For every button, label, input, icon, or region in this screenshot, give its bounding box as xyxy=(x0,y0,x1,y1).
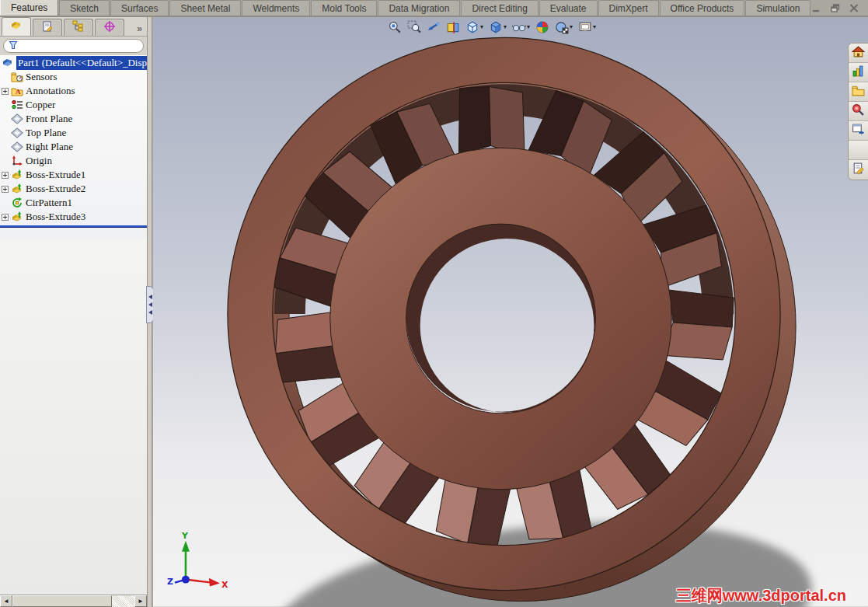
taskpane-tab-stack xyxy=(848,43,868,180)
manager-tabs-overflow-chevron[interactable]: » xyxy=(137,23,145,36)
view-palette-icon xyxy=(852,123,865,139)
tree-item-label: Boss-Extrude1 xyxy=(26,169,85,181)
taskpane-tab-design-library[interactable] xyxy=(849,63,868,82)
tree-item-label: Sensors xyxy=(26,71,57,83)
scrollbar-thumb[interactable] xyxy=(12,595,112,607)
manager-tab-dimxpertmanager[interactable] xyxy=(95,19,124,36)
home-icon xyxy=(852,45,865,61)
propertymanager-icon xyxy=(41,20,54,36)
zoom-to-area-button[interactable] xyxy=(406,19,423,35)
taskpane-tab-file-explorer[interactable] xyxy=(849,82,868,102)
ribbon-tab-sheet-metal[interactable]: Sheet Metal xyxy=(169,0,241,16)
tree-filter-input[interactable] xyxy=(21,41,138,51)
ribbon-tab-mold-tools[interactable]: Mold Tools xyxy=(311,0,377,16)
tree-item-top-plane[interactable]: Top Plane xyxy=(0,126,147,140)
collapse-arrow-icon xyxy=(148,295,152,299)
solidworks-window: FeaturesSketchSurfacesSheet MetalWeldmen… xyxy=(0,0,868,607)
tree-item-boss-extrude3[interactable]: Boss-Extrude3 xyxy=(0,210,147,224)
file-explorer-icon xyxy=(852,84,865,100)
restore-button[interactable] xyxy=(830,3,841,12)
rollback-bar[interactable] xyxy=(0,225,147,228)
collapse-arrow-icon xyxy=(148,310,152,315)
commandmanager-tab-bar: FeaturesSketchSurfacesSheet MetalWeldmen… xyxy=(0,0,868,17)
origin-icon xyxy=(11,155,23,167)
taskpane-tab-appearances-scenes[interactable] xyxy=(849,141,868,160)
chevron-down-icon[interactable]: ▾ xyxy=(504,24,507,30)
collapse-arrow-icon xyxy=(148,302,152,307)
expand-plus-icon[interactable] xyxy=(2,172,9,179)
tree-item-label: Front Plane xyxy=(26,113,72,125)
custom-properties-icon xyxy=(852,162,865,178)
scroll-right-button[interactable]: ► xyxy=(134,595,147,607)
svg-text:A: A xyxy=(16,88,21,96)
ribbon-tab-evaluate[interactable]: Evaluate xyxy=(539,0,598,16)
previous-view-icon xyxy=(427,20,441,34)
boss-extrude-icon xyxy=(11,169,23,181)
tree-filter-box[interactable] xyxy=(3,39,144,53)
zoom-area-icon xyxy=(407,20,421,34)
ribbon-tab-office-products[interactable]: Office Products xyxy=(660,0,745,16)
graphics-area[interactable]: Y X Z ▾▾▾▾▾ 三维网www.3dportal.cn xyxy=(153,17,868,607)
manager-tab-featuremanager-design-tree[interactable] xyxy=(2,17,31,36)
zoom-to-fit-button[interactable] xyxy=(386,19,403,35)
section-view-button[interactable] xyxy=(444,19,462,35)
tree-item-copper[interactable]: Copper xyxy=(0,98,147,112)
triad-y-label: Y xyxy=(181,531,189,541)
view-orientation-button[interactable]: ▾ xyxy=(464,19,485,35)
part-icon xyxy=(2,57,14,69)
model-scene[interactable]: Y X Z xyxy=(153,17,868,607)
display-style-icon xyxy=(489,20,503,34)
taskpane-tab-solidworks-resources[interactable] xyxy=(849,44,868,63)
manager-tab-propertymanager[interactable] xyxy=(33,19,62,36)
taskpane-tab-view-palette[interactable] xyxy=(849,121,868,141)
scrollbar-track[interactable] xyxy=(112,595,134,607)
taskpane-tab-custom-properties[interactable] xyxy=(849,160,868,180)
triad-z-label: Z xyxy=(167,577,173,587)
tree-root-label: Part1 (Default<<Default>_Display xyxy=(16,56,147,70)
display-style-button[interactable]: ▾ xyxy=(487,19,508,35)
chevron-down-icon[interactable]: ▾ xyxy=(593,24,596,30)
chevron-down-icon[interactable]: ▾ xyxy=(480,24,483,30)
tree-item-label: Boss-Extrude2 xyxy=(26,183,85,195)
tree-item-sensors[interactable]: Sensors xyxy=(0,70,147,84)
ribbon-tab-simulation[interactable]: Simulation xyxy=(745,0,810,16)
manager-tab-strip: » xyxy=(0,17,147,37)
options-screen-button[interactable]: ▾ xyxy=(577,19,598,35)
chevron-down-icon[interactable]: ▾ xyxy=(570,24,573,30)
apply-scene-icon xyxy=(535,20,549,34)
minimize-button[interactable] xyxy=(811,3,822,12)
scroll-left-button[interactable]: ◄ xyxy=(0,595,12,607)
boss-extrude-icon xyxy=(11,211,23,223)
ribbon-tab-weldments[interactable]: Weldments xyxy=(242,0,310,16)
tree-item-boss-extrude2[interactable]: Boss-Extrude2 xyxy=(0,182,147,196)
tree-item-label: Top Plane xyxy=(26,127,66,139)
view-settings-button[interactable]: ▾ xyxy=(553,19,574,35)
ribbon-tab-data-migration[interactable]: Data Migration xyxy=(378,0,460,16)
view-orientation-icon xyxy=(465,20,479,34)
ribbon-tab-dimxpert[interactable]: DimXpert xyxy=(598,0,659,16)
panel-horizontal-scrollbar[interactable]: ◄ ► xyxy=(0,595,147,607)
ribbon-tab-surfaces[interactable]: Surfaces xyxy=(110,0,169,16)
taskpane-tab-search[interactable] xyxy=(849,102,868,121)
tree-item-annotations[interactable]: AAnnotations xyxy=(0,84,147,98)
tree-root-item[interactable]: Part1 (Default<<Default>_Display xyxy=(2,56,147,70)
hide-show-items-button[interactable]: ▾ xyxy=(511,19,532,35)
tree-item-boss-extrude1[interactable]: Boss-Extrude1 xyxy=(0,168,147,182)
expand-plus-icon[interactable] xyxy=(2,88,9,95)
close-button[interactable] xyxy=(849,3,859,12)
window-controls xyxy=(811,3,868,16)
ribbon-tab-sketch[interactable]: Sketch xyxy=(59,0,110,16)
expand-plus-icon[interactable] xyxy=(2,214,9,221)
tree-item-front-plane[interactable]: Front Plane xyxy=(0,112,147,126)
ribbon-tab-features[interactable]: Features xyxy=(0,0,58,16)
manager-tab-configurationmanager[interactable] xyxy=(64,19,93,36)
ribbon-tab-direct-editing[interactable]: Direct Editing xyxy=(461,0,538,16)
panel-splitter[interactable] xyxy=(148,17,152,607)
tree-item-origin[interactable]: Origin xyxy=(0,154,147,168)
apply-scene-button[interactable] xyxy=(534,19,551,35)
tree-item-right-plane[interactable]: Right Plane xyxy=(0,140,147,154)
chevron-down-icon[interactable]: ▾ xyxy=(527,24,530,30)
previous-view-button[interactable] xyxy=(425,19,442,35)
expand-plus-icon[interactable] xyxy=(2,186,9,193)
tree-item-cirpattern1[interactable]: CirPattern1 xyxy=(0,196,147,210)
